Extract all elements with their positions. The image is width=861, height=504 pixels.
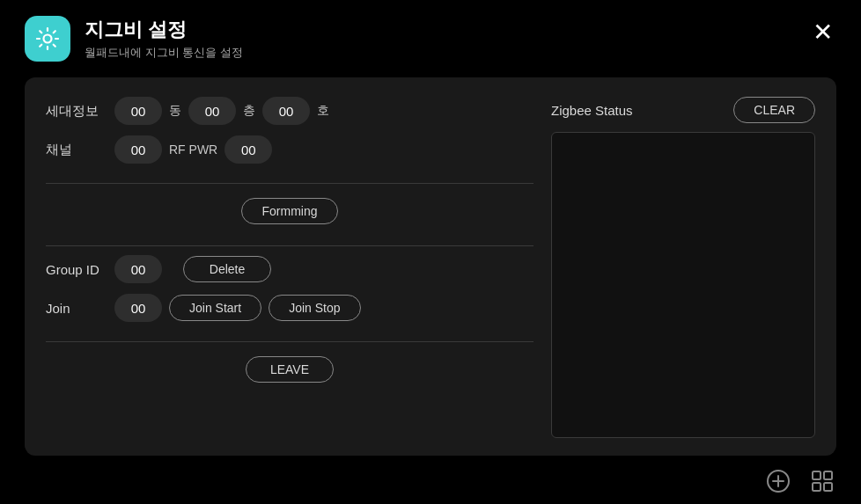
grid-icon[interactable] [808, 467, 836, 495]
svg-rect-6 [813, 483, 821, 491]
groupid-input[interactable] [114, 255, 162, 283]
divider-1 [46, 183, 534, 184]
leave-section: LEAVE [46, 356, 534, 383]
join-label: Join [46, 301, 107, 316]
rfpwr-input[interactable] [224, 135, 272, 164]
household-row: 세대정보 동 층 호 [46, 97, 534, 125]
leave-button[interactable]: LEAVE [246, 356, 334, 383]
join-row: Join Join Start Join Stop [46, 294, 534, 322]
bottom-bar [764, 467, 836, 495]
rfpwr-label: RF PWR [169, 142, 217, 157]
header: 지그비 설정 월패드내에 지그비 통신을 설정 [0, 0, 861, 70]
svg-rect-7 [824, 483, 832, 491]
header-text: 지그비 설정 월패드내에 지그비 통신을 설정 [85, 17, 243, 61]
zigbee-status-label: Zigbee Status [551, 103, 633, 118]
zigbee-status-display [551, 132, 815, 438]
household-label: 세대정보 [46, 103, 107, 120]
join-start-button[interactable]: Join Start [169, 295, 261, 321]
channel-label: 채널 [46, 142, 107, 158]
close-button[interactable]: ✕ [805, 14, 840, 49]
ho-unit: 호 [317, 103, 329, 119]
status-header: Zigbee Status CLEAR [551, 97, 815, 123]
formming-section: Formming [46, 198, 534, 224]
layer-unit: 층 [243, 103, 255, 119]
svg-point-0 [44, 35, 52, 43]
groupid-label: Group ID [46, 262, 107, 277]
svg-rect-5 [824, 471, 832, 479]
divider-3 [46, 341, 534, 342]
clear-button[interactable]: CLEAR [733, 97, 815, 123]
channel-row: 채널 RF PWR [46, 135, 534, 164]
right-section: Zigbee Status CLEAR [551, 97, 815, 438]
delete-button[interactable]: Delete [183, 256, 271, 282]
formming-button[interactable]: Formming [241, 198, 337, 224]
join-stop-button[interactable]: Join Stop [269, 295, 360, 321]
add-icon[interactable] [764, 467, 792, 495]
page-subtitle: 월패드내에 지그비 통신을 설정 [85, 45, 243, 61]
main-panel: 세대정보 동 층 호 채널 RF PWR Formming Group ID D… [25, 77, 836, 456]
divider-2 [46, 245, 534, 246]
page-title: 지그비 설정 [85, 17, 243, 43]
left-section: 세대정보 동 층 호 채널 RF PWR Formming Group ID D… [46, 97, 534, 438]
svg-rect-4 [813, 471, 821, 479]
dong-input[interactable] [114, 97, 162, 125]
channel-input[interactable] [114, 135, 162, 164]
join-input[interactable] [114, 294, 162, 322]
groupid-row: Group ID Delete [46, 255, 534, 283]
dong-unit: 동 [169, 103, 181, 119]
gear-icon [25, 16, 70, 62]
ho-input[interactable] [262, 97, 310, 125]
layer-input[interactable] [188, 97, 236, 125]
